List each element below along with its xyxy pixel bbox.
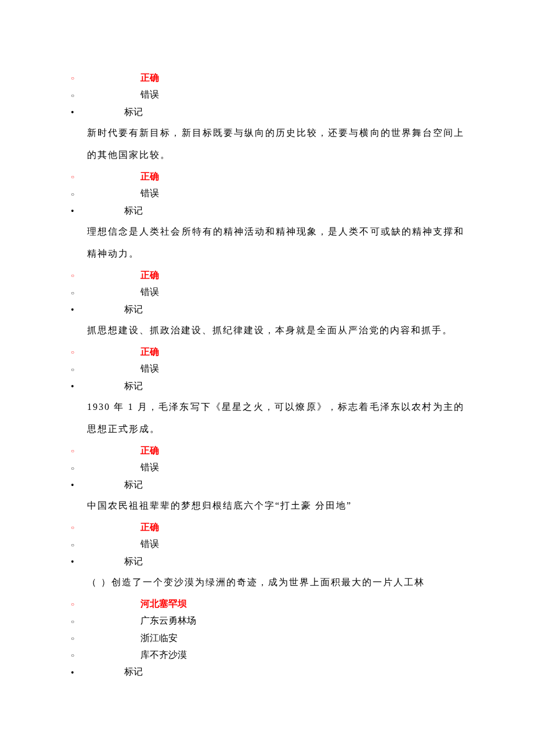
question-text: 1930 年 1 月，毛泽东写下《星星之火，可以燎原》，标志着毛泽东以农村为主的… — [70, 396, 464, 440]
option-row-mc-1[interactable]: ○广东云勇林场 — [70, 613, 464, 629]
hollow-circle-icon: ○ — [71, 169, 74, 185]
question-text: 理想信念是人类社会所特有的精神活动和精神现象，是人类不可或缺的精神支撑和精神动力… — [70, 221, 464, 265]
option-label: 河北塞罕坝 — [88, 599, 187, 609]
option-label: 广东云勇林场 — [88, 615, 196, 625]
option-label: 正确 — [88, 270, 159, 280]
question-text: （ ）创造了一个变沙漠为绿洲的奇迹，成为世界上面积最大的一片人工林 — [70, 571, 464, 593]
mark-label: 标记 — [88, 304, 143, 314]
option-row-correct[interactable]: ○正确 — [70, 519, 464, 536]
option-bullet: ○ — [70, 344, 88, 361]
option-row-correct[interactable]: ○正确 — [70, 267, 464, 284]
option-label: 错误 — [88, 462, 159, 472]
option-label: 错误 — [88, 287, 159, 297]
mark-row[interactable]: •标记 — [70, 203, 464, 219]
option-bullet: ○ — [70, 630, 88, 647]
hollow-circle-icon: ○ — [71, 362, 74, 378]
option-bullet: ○ — [70, 596, 88, 613]
option-bullet: ○ — [70, 267, 88, 284]
mark-row[interactable]: •标记 — [70, 553, 464, 570]
mark-label: 标记 — [88, 556, 143, 566]
hollow-circle-icon: ○ — [71, 344, 74, 361]
solid-dot-icon: • — [71, 665, 74, 681]
option-row-wrong[interactable]: ○错误 — [70, 185, 464, 202]
option-row-correct[interactable]: ○正确 — [70, 168, 464, 185]
option-row-correct[interactable]: ○正确 — [70, 344, 464, 361]
hollow-circle-icon: ○ — [71, 70, 74, 87]
option-bullet: ○ — [70, 459, 88, 476]
option-label: 浙江临安 — [88, 633, 178, 643]
mark-bullet: • — [70, 553, 88, 570]
hollow-circle-icon: ○ — [71, 520, 74, 536]
hollow-circle-icon: ○ — [71, 88, 74, 104]
option-row-wrong[interactable]: ○错误 — [70, 284, 464, 301]
option-row-correct[interactable]: ○正确 — [70, 70, 464, 87]
option-bullet: ○ — [70, 284, 88, 301]
option-bullet: ○ — [70, 647, 88, 664]
mark-label: 标记 — [88, 480, 143, 489]
question-text: 新时代要有新目标，新目标既要与纵向的历史比较，还要与横向的世界舞台空间上的其他国… — [70, 122, 464, 166]
option-row-mc-2[interactable]: ○浙江临安 — [70, 630, 464, 647]
option-label: 正确 — [88, 171, 159, 181]
solid-dot-icon: • — [71, 302, 74, 318]
mark-row[interactable]: •标记 — [70, 477, 464, 494]
hollow-circle-icon: ○ — [71, 460, 74, 477]
option-row-wrong[interactable]: ○错误 — [70, 459, 464, 476]
option-row-correct[interactable]: ○正确 — [70, 442, 464, 459]
mark-bullet: • — [70, 664, 88, 681]
option-bullet: ○ — [70, 87, 88, 103]
option-bullet: ○ — [70, 168, 88, 185]
option-label: 正确 — [88, 445, 159, 455]
option-label: 库不齐沙漠 — [88, 650, 187, 660]
option-label: 错误 — [88, 539, 159, 549]
mark-bullet: • — [70, 203, 88, 219]
option-bullet: ○ — [70, 185, 88, 202]
option-row-wrong[interactable]: ○错误 — [70, 361, 464, 377]
solid-dot-icon: • — [71, 477, 74, 494]
solid-dot-icon: • — [71, 203, 74, 219]
mark-row[interactable]: •标记 — [70, 301, 464, 318]
hollow-circle-icon: ○ — [71, 268, 74, 284]
mark-label: 标记 — [88, 667, 143, 676]
hollow-circle-icon: ○ — [71, 537, 74, 553]
mark-bullet: • — [70, 301, 88, 318]
option-label: 正确 — [88, 347, 159, 357]
option-bullet: ○ — [70, 442, 88, 459]
mark-bullet: • — [70, 104, 88, 121]
mark-row[interactable]: •标记 — [70, 104, 464, 121]
option-label: 错误 — [88, 188, 159, 198]
question-text: 抓思想建设、抓政治建设、抓纪律建设，本身就是全面从严治党的内容和抓手。 — [70, 319, 464, 341]
option-bullet: ○ — [70, 536, 88, 553]
option-label: 正确 — [88, 73, 159, 82]
option-bullet: ○ — [70, 613, 88, 629]
option-bullet: ○ — [70, 70, 88, 87]
option-label: 错误 — [88, 363, 159, 373]
option-row-mc-3[interactable]: ○库不齐沙漠 — [70, 647, 464, 664]
solid-dot-icon: • — [71, 554, 74, 570]
hollow-circle-icon: ○ — [71, 186, 74, 203]
mark-label: 标记 — [88, 206, 143, 215]
hollow-circle-icon: ○ — [71, 614, 74, 630]
option-row-mc-0[interactable]: ○河北塞罕坝 — [70, 596, 464, 613]
hollow-circle-icon: ○ — [71, 631, 74, 647]
option-row-wrong[interactable]: ○错误 — [70, 536, 464, 553]
solid-dot-icon: • — [71, 379, 74, 395]
solid-dot-icon: • — [71, 105, 74, 121]
mark-label: 标记 — [88, 381, 143, 391]
hollow-circle-icon: ○ — [71, 647, 74, 664]
option-label: 错误 — [88, 89, 159, 99]
option-bullet: ○ — [70, 361, 88, 377]
option-bullet: ○ — [70, 519, 88, 536]
hollow-circle-icon: ○ — [71, 285, 74, 301]
mark-row[interactable]: •标记 — [70, 378, 464, 395]
mark-row[interactable]: •标记 — [70, 664, 464, 681]
hollow-circle-icon: ○ — [71, 596, 74, 613]
mark-label: 标记 — [88, 107, 143, 117]
mark-bullet: • — [70, 378, 88, 395]
question-text: 中国农民祖祖辈辈的梦想归根结底六个字“打土豪 分田地” — [70, 495, 464, 517]
option-label: 正确 — [88, 522, 159, 532]
hollow-circle-icon: ○ — [71, 443, 74, 459]
option-row-wrong[interactable]: ○错误 — [70, 87, 464, 103]
mark-bullet: • — [70, 477, 88, 494]
